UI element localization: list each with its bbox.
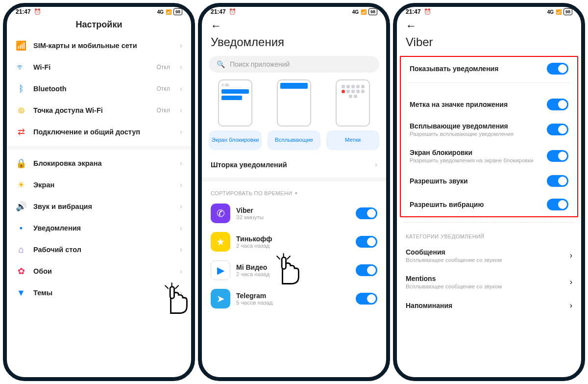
toggle-switch[interactable] xyxy=(547,175,568,187)
toggle-switch[interactable] xyxy=(547,150,568,162)
row-label: Wi-Fi xyxy=(33,63,149,71)
app-name: Mi Видео xyxy=(236,263,350,271)
category-row[interactable]: MentionsВсплывающее сообщение со звуком› xyxy=(397,269,581,295)
settings-row[interactable]: ▪Уведомления› xyxy=(7,217,191,239)
app-icon: ★ xyxy=(211,232,230,252)
row-label: Темы xyxy=(33,289,173,297)
app-row[interactable]: ▶Mi Видео2 часа назад xyxy=(202,256,386,284)
setting-subtitle: Разрешить всплывающие уведомления xyxy=(410,131,541,137)
chevron-right-icon: › xyxy=(570,251,572,260)
setting-row[interactable]: Показывать уведомления xyxy=(401,57,577,80)
page-title: Уведомления xyxy=(202,32,386,56)
setting-row[interactable]: Разрешить вибрацию xyxy=(401,193,577,216)
toggle-switch[interactable] xyxy=(356,264,377,276)
signal-bars-icon: 📶 xyxy=(361,9,367,15)
search-input[interactable]: 🔍 Поиск приложений xyxy=(209,56,379,73)
app-name: Viber xyxy=(236,206,350,214)
page-title: Настройки xyxy=(7,16,191,35)
toggle-switch[interactable] xyxy=(356,207,377,219)
app-subtitle: 2 часа назад xyxy=(236,271,350,277)
app-list: ✆Viber32 минуты★Тинькофф2 часа назад▶Mi … xyxy=(202,199,386,313)
divider xyxy=(404,222,574,223)
back-button[interactable]: ← xyxy=(406,20,416,32)
toggle-switch[interactable] xyxy=(547,199,568,210)
row-meta: Откл xyxy=(156,64,170,71)
app-name: Тинькофф xyxy=(236,235,350,243)
chevron-right-icon: › xyxy=(180,159,182,168)
setting-title: Разрешить вибрацию xyxy=(410,201,541,208)
notification-shade-row[interactable]: Шторка уведомлений › xyxy=(202,155,386,175)
divider xyxy=(7,146,191,150)
row-label: Обои xyxy=(33,267,173,275)
row-label: Точка доступа Wi-Fi xyxy=(33,106,149,114)
preview-badges[interactable]: Метки xyxy=(326,79,379,150)
app-icon: ➤ xyxy=(211,289,230,308)
battery-icon: 98 xyxy=(368,8,377,15)
signal-bars-icon: 📶 xyxy=(556,9,562,15)
chevron-right-icon: › xyxy=(180,128,182,136)
row-icon: 🔊 xyxy=(16,201,26,212)
toggle-switch[interactable] xyxy=(547,63,568,75)
highlighted-region: Показывать уведомленияМетка на значке пр… xyxy=(400,56,578,217)
setting-row[interactable]: Экран блокировкиРазрешить уведомления на… xyxy=(401,143,577,169)
toggle-switch[interactable] xyxy=(356,236,377,248)
preview-lockscreen[interactable]: 2:36 Экран блокировки xyxy=(209,79,262,150)
settings-row[interactable]: 📶SIM-карты и мобильные сети› xyxy=(7,35,191,56)
row-icon: ᯤ xyxy=(16,62,26,73)
category-subtitle: Всплывающее сообщение со звуком xyxy=(406,283,564,289)
settings-row[interactable]: ☀Экран› xyxy=(7,174,191,196)
preview-floating[interactable]: Всплывающие xyxy=(268,79,320,150)
row-icon: 📶 xyxy=(16,40,26,51)
toggle-switch[interactable] xyxy=(356,293,377,305)
chevron-right-icon: › xyxy=(180,180,182,189)
phone-notifications: 21:47 ⏰ 4G 📶 98 ← Уведомления 🔍 Поиск пр… xyxy=(198,3,390,381)
settings-row[interactable]: ▼Темы› xyxy=(7,282,191,304)
settings-row[interactable]: ⇄Подключение и общий доступ› xyxy=(7,121,191,143)
divider xyxy=(202,178,386,181)
chevron-right-icon: › xyxy=(180,288,182,297)
chevron-right-icon: › xyxy=(180,224,182,232)
chevron-right-icon: › xyxy=(180,202,182,211)
divider xyxy=(408,82,570,83)
row-label: SIM-карты и мобильные сети xyxy=(33,42,173,50)
back-button[interactable]: ← xyxy=(211,20,221,32)
alarm-icon: ⏰ xyxy=(424,8,431,15)
status-bar: 21:47 ⏰ 4G 📶 98 xyxy=(397,7,581,16)
status-bar: 21:47 ⏰ 4G 📶 98 xyxy=(7,7,191,16)
setting-row[interactable]: Разрешить звуки xyxy=(401,169,577,193)
chevron-right-icon: › xyxy=(570,301,572,310)
app-row[interactable]: ★Тинькофф2 часа назад xyxy=(202,228,386,256)
category-row[interactable]: Напоминания› xyxy=(397,295,581,316)
app-row[interactable]: ➤Telegram5 часов назад xyxy=(202,284,386,313)
app-icon: ▶ xyxy=(211,260,230,280)
settings-row[interactable]: ✿Обои› xyxy=(7,260,191,282)
row-icon: ᛒ xyxy=(16,83,26,94)
setting-row[interactable]: Всплывающие уведомленияРазрешить всплыва… xyxy=(401,116,577,143)
setting-title: Всплывающие уведомления xyxy=(410,122,541,130)
toggle-switch[interactable] xyxy=(547,99,568,110)
settings-row[interactable]: 🔊Звук и вибрация› xyxy=(7,196,191,217)
row-icon: ☀ xyxy=(16,179,26,190)
setting-subtitle: Разрешить уведомления на экране блокиров… xyxy=(410,157,541,163)
row-label: Bluetooth xyxy=(33,85,149,93)
alarm-icon: ⏰ xyxy=(229,8,236,15)
settings-row[interactable]: ᛒBluetoothОткл› xyxy=(7,78,191,100)
row-icon: ✿ xyxy=(16,266,26,277)
categories-label: КАТЕГОРИИ УВЕДОМЛЕНИЙ xyxy=(397,228,581,242)
chevron-right-icon: › xyxy=(180,267,182,276)
app-row[interactable]: ✆Viber32 минуты xyxy=(202,199,386,228)
sort-label[interactable]: СОРТИРОВАТЬ ПО ВРЕМЕНИ xyxy=(202,184,386,199)
toggle-switch[interactable] xyxy=(547,124,568,135)
battery-icon: 98 xyxy=(173,8,182,15)
settings-row[interactable]: ⌂Рабочий стол› xyxy=(7,239,191,260)
settings-row[interactable]: ⊚Точка доступа Wi-FiОткл› xyxy=(7,100,191,121)
setting-row[interactable]: Метка на значке приложения xyxy=(401,93,577,116)
row-icon: ▪ xyxy=(16,223,26,233)
signal-icon: 4G xyxy=(352,9,359,15)
setting-title: Показывать уведомления xyxy=(410,65,541,73)
category-row[interactable]: СообщенияВсплывающее сообщение со звуком… xyxy=(397,242,581,269)
settings-row[interactable]: 🔒Блокировка экрана› xyxy=(7,153,191,174)
app-subtitle: 32 минуты xyxy=(236,214,350,220)
settings-row[interactable]: ᯤWi-FiОткл› xyxy=(7,56,191,78)
category-title: Mentions xyxy=(406,275,564,282)
